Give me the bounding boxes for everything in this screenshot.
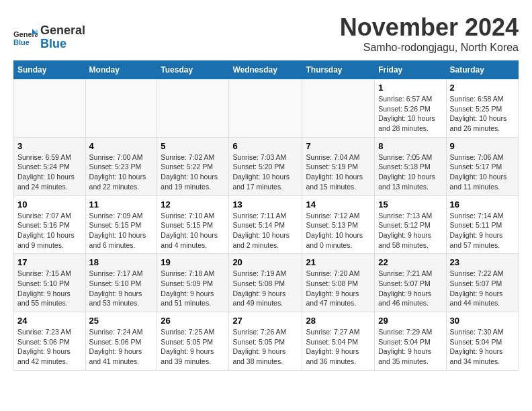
day-info: Sunrise: 7:14 AM	[450, 211, 515, 221]
calendar-cell: 29Sunrise: 7:29 AMSunset: 5:04 PMDayligh…	[375, 312, 446, 371]
day-number: 30	[450, 316, 515, 326]
calendar-cell	[302, 79, 375, 138]
day-info: Sunrise: 7:25 AM	[161, 327, 225, 337]
calendar-cell: 11Sunrise: 7:09 AMSunset: 5:15 PMDayligh…	[85, 195, 157, 254]
calendar-cell	[85, 79, 157, 138]
day-info: Sunrise: 7:06 AM	[450, 152, 515, 163]
day-info: Sunset: 5:15 PM	[89, 220, 154, 230]
day-info: Sunset: 5:11 PM	[450, 220, 515, 230]
calendar-cell: 6Sunrise: 7:03 AMSunset: 5:20 PMDaylight…	[229, 137, 302, 195]
calendar-cell: 7Sunrise: 7:04 AMSunset: 5:19 PMDaylight…	[302, 137, 375, 195]
day-info: Sunrise: 6:57 AM	[378, 94, 442, 104]
day-number: 24	[17, 316, 82, 326]
calendar-cell: 22Sunrise: 7:21 AMSunset: 5:07 PMDayligh…	[375, 254, 446, 312]
calendar-cell: 26Sunrise: 7:25 AMSunset: 5:05 PMDayligh…	[157, 312, 229, 371]
day-number: 23	[450, 257, 515, 267]
day-info: Daylight: 10 hours and 26 minutes.	[450, 113, 515, 133]
day-info: Sunrise: 7:29 AM	[378, 327, 442, 337]
day-info: Sunset: 5:08 PM	[306, 279, 371, 289]
day-info: Sunrise: 7:10 AM	[161, 211, 225, 221]
day-info: Sunset: 5:06 PM	[89, 337, 154, 347]
day-info: Daylight: 9 hours and 44 minutes.	[450, 289, 515, 308]
day-number: 16	[450, 199, 515, 210]
day-info: Daylight: 9 hours and 46 minutes.	[378, 289, 442, 308]
day-info: Daylight: 9 hours and 34 minutes.	[450, 347, 515, 366]
day-number: 7	[306, 141, 371, 151]
day-info: Sunrise: 7:00 AM	[89, 152, 154, 163]
day-info: Sunset: 5:16 PM	[17, 220, 82, 230]
day-number: 17	[17, 257, 82, 267]
day-info: Daylight: 9 hours and 51 minutes.	[161, 289, 225, 308]
calendar-cell: 9Sunrise: 7:06 AMSunset: 5:17 PMDaylight…	[446, 137, 519, 195]
calendar-cell: 1Sunrise: 6:57 AMSunset: 5:26 PMDaylight…	[375, 79, 446, 138]
calendar-cell: 2Sunrise: 6:58 AMSunset: 5:25 PMDaylight…	[446, 79, 519, 138]
day-number: 21	[306, 257, 371, 267]
calendar-week-4: 17Sunrise: 7:15 AMSunset: 5:10 PMDayligh…	[14, 254, 519, 312]
calendar-cell	[229, 79, 302, 138]
day-info: Daylight: 10 hours and 9 minutes.	[17, 230, 82, 250]
day-info: Sunset: 5:12 PM	[378, 220, 442, 230]
day-number: 25	[89, 316, 154, 326]
month-title: November 2024	[340, 13, 519, 42]
calendar-cell: 27Sunrise: 7:26 AMSunset: 5:05 PMDayligh…	[229, 312, 302, 371]
day-info: Sunset: 5:05 PM	[161, 337, 225, 347]
day-info: Sunset: 5:06 PM	[17, 337, 82, 347]
calendar-cell: 10Sunrise: 7:07 AMSunset: 5:16 PMDayligh…	[14, 195, 86, 254]
day-info: Sunset: 5:07 PM	[378, 279, 442, 289]
day-number: 6	[232, 141, 298, 151]
logo-icon: General Blue	[13, 28, 38, 48]
calendar-cell: 24Sunrise: 7:23 AMSunset: 5:06 PMDayligh…	[14, 312, 86, 371]
title-section: November 2024 Samho-rodongjagu, North Ko…	[340, 13, 519, 54]
location-title: Samho-rodongjagu, North Korea	[340, 42, 519, 54]
day-info: Daylight: 10 hours and 22 minutes.	[89, 172, 154, 191]
day-info: Sunrise: 6:58 AM	[450, 94, 515, 104]
weekday-header-tuesday: Tuesday	[157, 61, 229, 79]
day-info: Sunrise: 7:17 AM	[89, 269, 154, 279]
day-info: Sunset: 5:10 PM	[17, 279, 82, 289]
day-number: 12	[161, 199, 225, 210]
day-info: Sunrise: 7:24 AM	[89, 327, 154, 337]
day-info: Daylight: 10 hours and 13 minutes.	[378, 172, 442, 191]
day-number: 29	[378, 316, 442, 326]
calendar-cell: 30Sunrise: 7:30 AMSunset: 5:04 PMDayligh…	[446, 312, 519, 371]
day-number: 1	[378, 83, 442, 93]
logo-general: General	[40, 24, 85, 37]
day-info: Sunrise: 7:23 AM	[17, 327, 82, 337]
day-info: Sunset: 5:07 PM	[450, 279, 515, 289]
day-number: 14	[306, 199, 371, 210]
calendar-week-1: 1Sunrise: 6:57 AMSunset: 5:26 PMDaylight…	[14, 79, 519, 138]
day-info: Daylight: 10 hours and 2 minutes.	[232, 230, 298, 250]
weekday-header-wednesday: Wednesday	[229, 61, 302, 79]
day-info: Daylight: 9 hours and 36 minutes.	[306, 347, 371, 366]
day-info: Daylight: 10 hours and 11 minutes.	[450, 172, 515, 191]
day-info: Daylight: 9 hours and 35 minutes.	[378, 347, 442, 366]
day-number: 19	[161, 257, 225, 267]
calendar-week-5: 24Sunrise: 7:23 AMSunset: 5:06 PMDayligh…	[14, 312, 519, 371]
logo: General Blue General Blue	[13, 24, 85, 51]
day-info: Sunset: 5:15 PM	[161, 220, 225, 230]
calendar-cell: 21Sunrise: 7:20 AMSunset: 5:08 PMDayligh…	[302, 254, 375, 312]
day-info: Sunrise: 7:07 AM	[17, 211, 82, 221]
day-info: Daylight: 9 hours and 41 minutes.	[89, 347, 154, 366]
day-info: Sunset: 5:04 PM	[378, 337, 442, 347]
day-info: Daylight: 9 hours and 39 minutes.	[161, 347, 225, 366]
logo-blue: Blue	[40, 37, 66, 50]
calendar-week-3: 10Sunrise: 7:07 AMSunset: 5:16 PMDayligh…	[14, 195, 519, 254]
day-number: 3	[17, 141, 82, 151]
day-info: Daylight: 9 hours and 57 minutes.	[450, 230, 515, 250]
day-info: Sunrise: 7:09 AM	[89, 211, 154, 221]
calendar-cell	[14, 79, 86, 138]
day-info: Sunset: 5:26 PM	[378, 104, 442, 114]
day-info: Daylight: 10 hours and 24 minutes.	[17, 172, 82, 191]
day-info: Daylight: 9 hours and 47 minutes.	[306, 289, 371, 308]
weekday-header-saturday: Saturday	[446, 61, 519, 79]
day-info: Sunrise: 7:30 AM	[450, 327, 515, 337]
calendar-cell: 23Sunrise: 7:22 AMSunset: 5:07 PMDayligh…	[446, 254, 519, 312]
day-info: Sunset: 5:24 PM	[17, 162, 82, 172]
day-info: Daylight: 9 hours and 53 minutes.	[89, 289, 154, 308]
day-info: Sunset: 5:14 PM	[232, 220, 298, 230]
day-info: Sunset: 5:19 PM	[306, 162, 371, 172]
day-info: Sunset: 5:10 PM	[89, 279, 154, 289]
day-info: Sunset: 5:25 PM	[450, 104, 515, 114]
day-number: 18	[89, 257, 154, 267]
